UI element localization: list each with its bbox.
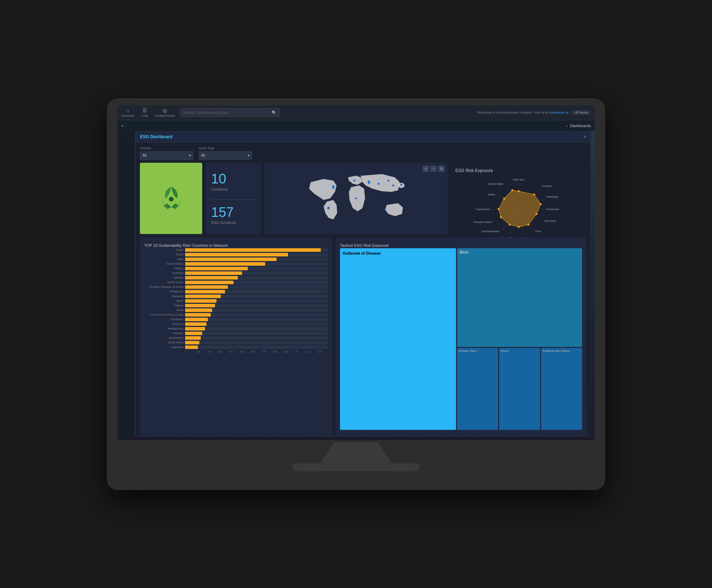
svg-text:Flash Flood: Flash Flood <box>544 220 556 222</box>
incidents-label: ESG Incidents <box>211 220 256 225</box>
main-content: 10 Locations 157 ESG Incidents + − ↻ <box>136 163 591 437</box>
table-row: Morocco <box>144 322 328 326</box>
bar-axis: 0 100 200 300 400 500 600 700 800 900 1K <box>185 350 328 353</box>
world-map-svg <box>265 163 447 234</box>
add-tab-button[interactable]: + <box>121 123 124 129</box>
top-row: 10 Locations 157 ESG Incidents + − ↻ <box>140 163 586 234</box>
stats-divider <box>211 199 256 200</box>
svg-point-51 <box>500 216 502 218</box>
svg-text:Child Labor: Child Labor <box>513 178 525 181</box>
asset-type-filter-select[interactable]: All ▾ <box>199 151 252 160</box>
bar-chart-card: TOP 10 Sustainability Risk Countries in … <box>140 238 332 436</box>
treemap-cell-outbreak[interactable]: Outbreak of Disease <box>340 248 456 430</box>
monitor-stand <box>320 442 392 463</box>
radar-title: ESG Risk Exposure <box>455 168 493 173</box>
secondary-bar: + › Dashboards <box>117 120 595 131</box>
svg-point-53 <box>503 198 505 199</box>
table-row: Brazil <box>144 253 328 256</box>
radar-chart-svg: Child Labor Corruption Death/Injury Envi… <box>455 173 582 245</box>
treemap-container: Outbreak of Disease Wind <box>340 248 582 430</box>
treemap-title: Tactical ESG Risk Exposure <box>340 243 389 248</box>
bar-chart-title: TOP 10 Sustainability Risk Countries in … <box>144 243 228 248</box>
stats-card: 10 Locations 157 ESG Incidents <box>206 163 261 234</box>
treemap-bottom-cells: Protest / Riot Flood Political Info / Ev… <box>457 348 582 430</box>
country-filter-label: Country <box>140 146 193 150</box>
world-map-card: + − ↻ <box>265 163 447 234</box>
svg-text:Tropical Storm: Tropical Storm <box>476 208 490 210</box>
sidebar-left <box>117 131 135 437</box>
svg-point-7 <box>378 183 379 184</box>
nav-incident-feed[interactable]: ◎ Incident Feed <box>155 108 175 118</box>
locations-label: Locations <box>211 187 256 191</box>
bottom-row: TOP 10 Sustainability Risk Countries in … <box>140 238 586 436</box>
map-zoom-out-button[interactable]: − <box>430 166 437 172</box>
svg-point-8 <box>387 179 389 181</box>
search-bar[interactable]: Search Locations and Lanes 🔍 <box>180 108 280 117</box>
panel-title: ESG Dashboard <box>140 134 172 139</box>
close-button[interactable]: × <box>583 134 586 140</box>
monitor: ⌂ Overview ☰ Lists ◎ Incident Feed Searc… <box>107 98 605 490</box>
table-row: Switzerland <box>144 336 328 340</box>
country-filter-group: Country All ▾ <box>140 146 193 160</box>
radar-card: ESG Risk Exposure <box>451 163 586 234</box>
locations-count: 10 <box>211 172 256 186</box>
svg-text:Workers Rights: Workers Rights <box>488 182 503 185</box>
svg-text:Flood: Flood <box>535 230 541 233</box>
treemap-right-column: Wind Protest / Riot Flood <box>457 248 582 430</box>
table-row: Israel <box>144 308 328 312</box>
table-row: Malaysia <box>144 295 328 298</box>
table-row: Ukraine <box>144 276 328 280</box>
screen: ⌂ Overview ☰ Lists ◎ Incident Feed Searc… <box>117 105 595 440</box>
svg-text:Law Enforcement: Law Enforcement <box>482 230 499 233</box>
table-row: Cameroon <box>144 318 328 321</box>
svg-text:Environment: Environment <box>546 208 559 210</box>
treemap-cell-flood[interactable]: Flood <box>499 348 540 430</box>
svg-point-47 <box>535 213 537 214</box>
svg-point-52 <box>498 208 499 210</box>
svg-point-45 <box>533 193 535 195</box>
table-row: China <box>144 248 328 252</box>
user-badge[interactable]: Ulf Venne <box>571 110 591 115</box>
svg-point-5 <box>354 179 355 181</box>
svg-point-50 <box>509 223 511 225</box>
dashboards-label: › Dashboards <box>566 124 591 128</box>
svg-marker-30 <box>499 190 541 227</box>
svg-point-9 <box>392 184 394 186</box>
top-navigation-bar: ⌂ Overview ☰ Lists ◎ Incident Feed Searc… <box>117 105 595 120</box>
table-row: Australia <box>144 271 328 275</box>
svg-text:Personal Freedom: Personal Freedom <box>473 221 492 223</box>
table-row: People's Republic of China <box>144 285 328 289</box>
svg-point-12 <box>400 184 402 186</box>
svg-point-46 <box>540 203 541 205</box>
table-row: India <box>144 257 328 261</box>
table-row: Mexico <box>144 267 328 270</box>
treemap-cell-political[interactable]: Political Info / Event <box>541 348 582 430</box>
top-bar-right: Riskpulse is now Everstream Analytics. V… <box>478 110 591 115</box>
search-icon: 🔍 <box>272 110 277 115</box>
svg-text:Wildfire: Wildfire <box>488 193 496 196</box>
treemap-cell-protest[interactable]: Protest / Riot <box>457 348 498 430</box>
panel-header: ESG Dashboard × <box>136 131 591 143</box>
nav-overview[interactable]: ⌂ Overview <box>121 108 135 118</box>
home-icon: ⌂ <box>126 108 129 113</box>
nav-lists[interactable]: ☰ Lists <box>142 108 148 118</box>
svg-point-10 <box>355 197 357 199</box>
chevron-down-icon: ▾ <box>189 153 191 157</box>
feed-icon: ◎ <box>163 108 167 113</box>
country-filter-select[interactable]: All ▾ <box>140 151 193 160</box>
table-row: United States <box>144 262 328 266</box>
nav-icons-group: ⌂ Overview ☰ Lists ◎ Incident Feed <box>121 108 175 118</box>
map-refresh-button[interactable]: ↻ <box>438 166 445 172</box>
chevron-down-icon-2: ▾ <box>248 153 250 157</box>
treemap-cell-wind[interactable]: Wind <box>457 248 582 347</box>
table-row: Pakistan <box>144 332 328 335</box>
table-row: Madagascar <box>144 327 328 331</box>
svg-point-54 <box>511 189 513 191</box>
table-row: South Korea <box>144 281 328 284</box>
map-zoom-in-button[interactable]: + <box>423 166 429 172</box>
table-row: Nigeria <box>144 304 328 307</box>
map-controls: + − ↻ <box>423 166 445 172</box>
announcement-text: Riskpulse is now Everstream Analytics. V… <box>478 111 569 114</box>
svg-point-4 <box>327 207 330 209</box>
chevron-right-icon: › <box>566 124 568 128</box>
